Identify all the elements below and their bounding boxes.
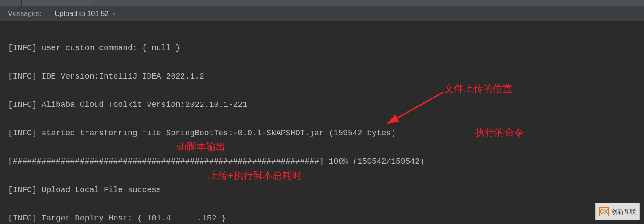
- messages-header: Messages: Upload to 101 52 ×: [0, 6, 644, 21]
- log-line: [INFO] Upload Local File success: [8, 183, 636, 197]
- tab-upload[interactable]: Upload to 101 52 ×: [52, 6, 118, 21]
- log-line: [#######################################…: [8, 154, 636, 169]
- close-icon[interactable]: ×: [112, 10, 116, 17]
- redacted-ip: [171, 213, 197, 221]
- messages-label: Messages:: [7, 10, 41, 18]
- log-line: [INFO] Alibaba Cloud Toolkit Version:202…: [8, 98, 636, 112]
- log-line: [INFO] Target Deploy Host: { 101.4.152 }: [8, 211, 636, 224]
- annotation-sh-output: sh脚本输出: [176, 140, 226, 154]
- annotation-upload-location: 文件上传的位置: [444, 82, 512, 96]
- console-output: [INFO] user custom command: { null } [IN…: [0, 21, 644, 224]
- watermark-text: 创新互联: [611, 204, 636, 219]
- watermark-logo-icon: CX: [599, 207, 609, 216]
- tab-upload-label: Upload to 101 52: [55, 10, 109, 18]
- log-line: [INFO] started transferring file SpringB…: [8, 126, 636, 140]
- editor-file-tab[interactable]: [21, 0, 92, 6]
- annotation-total-time: 上传+执行脚本总耗时: [208, 169, 302, 183]
- watermark: CX 创新互联: [595, 203, 640, 220]
- ide-messages-panel: Messages: Upload to 101 52 × [INFO] user…: [0, 0, 644, 224]
- log-line: [INFO] IDE Version:IntelliJ IDEA 2022.1.…: [8, 69, 636, 83]
- editor-tabs-strip: [0, 0, 644, 6]
- log-line: [INFO] user custom command: { null }: [8, 41, 636, 55]
